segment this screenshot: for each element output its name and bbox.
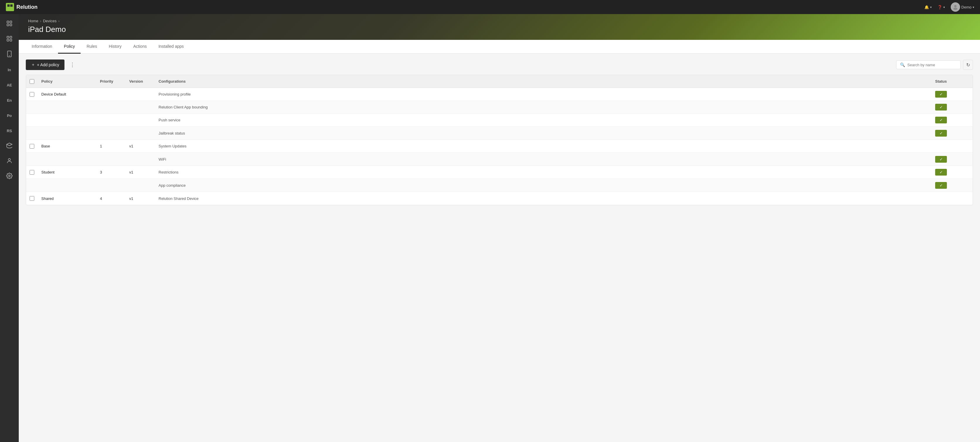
policy-name-cell: Shared	[38, 194, 96, 204]
add-policy-button[interactable]: ＋ + Add policy	[26, 59, 64, 70]
sidebar-item-ae[interactable]: AE	[2, 78, 16, 92]
check-icon: ✓	[940, 183, 943, 188]
po-icon: Po	[7, 113, 12, 118]
table-row: Base 1 v1 System Updates	[26, 140, 973, 153]
check-icon: ✓	[940, 92, 943, 97]
svg-rect-9	[10, 24, 12, 25]
sidebar-item-in[interactable]: In	[2, 63, 16, 77]
help-icon: ❓	[937, 5, 942, 10]
row-checkbox-cell	[26, 170, 38, 175]
tab-rules[interactable]: Rules	[81, 40, 103, 54]
sidebar-item-users[interactable]	[2, 154, 16, 168]
status-badge: ✓	[935, 104, 947, 110]
status-badge: ✓	[935, 169, 947, 176]
config-name-cell: Restrictions	[155, 167, 932, 177]
check-icon: ✓	[940, 131, 943, 135]
version-cell: v1	[126, 194, 155, 204]
config-name-cell: Provisioning profile	[155, 89, 932, 99]
user-chevron: ▾	[973, 6, 974, 9]
sidebar-item-device[interactable]	[2, 48, 16, 62]
add-policy-label: + Add policy	[37, 62, 59, 67]
th-version: Version	[126, 78, 155, 85]
svg-point-5	[953, 8, 958, 10]
row-checkbox[interactable]	[30, 196, 34, 201]
svg-rect-1	[10, 5, 13, 7]
table-header: Policy Priority Version Configurations S…	[26, 75, 973, 88]
version-cell: v1	[126, 141, 155, 151]
breadcrumb-sep1: ›	[40, 19, 41, 23]
sidebar-item-upload[interactable]	[2, 17, 16, 31]
row-checkbox-cell	[26, 196, 38, 201]
tab-policy[interactable]: Policy	[58, 40, 81, 54]
config-name-cell: Relution Shared Device	[155, 194, 932, 204]
breadcrumb: Home › Devices ›	[28, 19, 970, 23]
sidebar-item-apps[interactable]	[2, 32, 16, 46]
rs-icon: RS	[7, 129, 12, 133]
svg-rect-3	[10, 7, 13, 10]
svg-rect-10	[7, 36, 9, 38]
table-row: Device Default Provisioning profile ✓	[26, 88, 973, 101]
sidebar-item-en[interactable]: En	[2, 93, 16, 107]
tab-installed-apps[interactable]: Installed apps	[153, 40, 189, 54]
search-box: 🔍	[896, 60, 961, 69]
breadcrumb-home[interactable]: Home	[28, 19, 38, 23]
policy-name-cell: Device Default	[38, 89, 96, 99]
status-cell: ✓	[932, 179, 973, 192]
status-badge: ✓	[935, 156, 947, 163]
bell-icon: 🔔	[924, 5, 929, 10]
row-checkbox[interactable]	[30, 170, 34, 175]
ae-icon: AE	[7, 83, 12, 87]
status-cell	[932, 196, 973, 201]
user-menu[interactable]: Demo ▾	[951, 2, 974, 12]
config-name-cell: WiFi	[155, 154, 932, 164]
svg-rect-13	[10, 39, 12, 41]
sidebar-item-education[interactable]	[2, 139, 16, 153]
in-icon: In	[8, 68, 11, 72]
status-badge: ✓	[935, 182, 947, 189]
topnav-right: 🔔 ▾ ❓ ▾ Demo ▾	[924, 2, 974, 12]
device-icon	[7, 51, 12, 59]
table-row: Push service ✓	[26, 114, 973, 127]
sidebar-item-settings[interactable]	[2, 169, 16, 183]
tab-actions[interactable]: Actions	[127, 40, 153, 54]
toolbar-left: ＋ + Add policy ⋮	[26, 59, 77, 70]
config-name-cell: Push service	[155, 115, 932, 125]
table-row: Shared 4 v1 Relution Shared Device	[26, 192, 973, 205]
th-checkbox	[26, 78, 38, 85]
refresh-button[interactable]: ↻	[963, 60, 973, 70]
tab-history[interactable]: History	[103, 40, 127, 54]
notifications-button[interactable]: 🔔 ▾	[924, 5, 932, 10]
breadcrumb-sep2: ›	[58, 19, 59, 23]
help-chevron: ▾	[943, 6, 945, 9]
toolbar-right: 🔍 ↻	[896, 60, 973, 70]
priority-cell: 1	[96, 141, 126, 151]
row-checkbox[interactable]	[30, 144, 34, 149]
check-icon: ✓	[940, 170, 943, 174]
status-cell: ✓	[932, 166, 973, 178]
search-input[interactable]	[907, 63, 957, 67]
th-status: Status	[932, 78, 973, 85]
row-checkbox[interactable]	[30, 92, 34, 97]
th-policy: Policy	[38, 78, 96, 85]
help-button[interactable]: ❓ ▾	[937, 5, 945, 10]
header-banner: Home › Devices › iPad Demo	[19, 14, 980, 40]
apps-icon	[6, 35, 13, 43]
check-icon: ✓	[940, 157, 943, 162]
settings-icon	[6, 173, 13, 181]
sidebar-item-po[interactable]: Po	[2, 108, 16, 122]
breadcrumb-devices[interactable]: Devices	[43, 19, 57, 23]
table-row: Student 3 v1 Restrictions ✓	[26, 166, 973, 179]
more-options-button[interactable]: ⋮	[67, 60, 77, 69]
logo-icon	[6, 3, 14, 11]
priority-cell	[96, 91, 126, 97]
table-row: Relution Client App bounding ✓	[26, 101, 973, 114]
sidebar-item-rs[interactable]: RS	[2, 124, 16, 138]
main-content: ＋ + Add policy ⋮ 🔍 ↻	[19, 54, 980, 442]
select-all-checkbox[interactable]	[30, 79, 34, 84]
status-cell	[932, 143, 973, 149]
version-cell	[126, 91, 155, 97]
version-cell: v1	[126, 167, 155, 177]
content-area: Home › Devices › iPad Demo Information P…	[19, 14, 980, 442]
tab-information[interactable]: Information	[26, 40, 58, 54]
bell-chevron: ▾	[930, 6, 932, 9]
